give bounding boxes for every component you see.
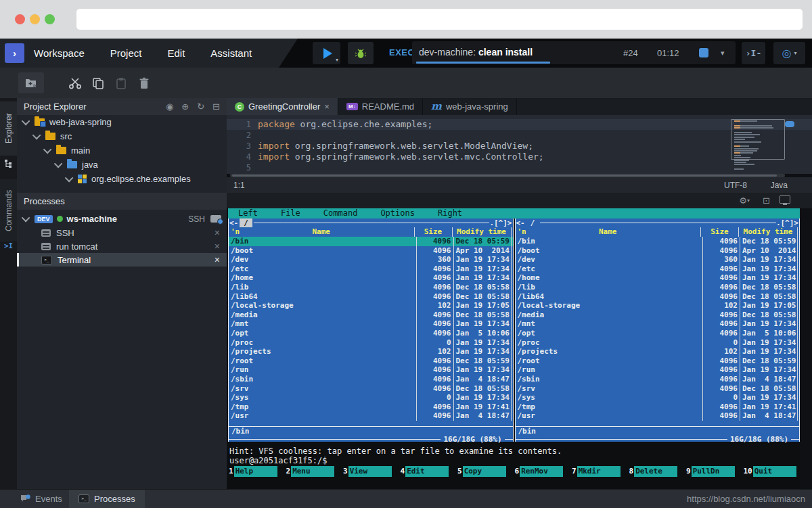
mc-menu-item-right[interactable]: Right (438, 208, 462, 218)
new-terminal-icon[interactable] (210, 215, 221, 223)
mc-col-name[interactable]: 'nName (516, 227, 701, 237)
chevron-down-icon[interactable] (32, 131, 41, 140)
mc-fkey-view[interactable]: 3View (342, 466, 400, 477)
close-icon[interactable]: × (324, 101, 330, 112)
mc-current-path[interactable]: / (526, 218, 539, 227)
cut-button[interactable] (66, 72, 85, 93)
mc-col-modify[interactable]: Modify time (452, 227, 512, 237)
stop-button[interactable] (699, 48, 708, 57)
mc-row-opt[interactable]: /opt4096Jan 5 10:06 (229, 329, 513, 338)
run-dropdown-caret[interactable]: ▾ (336, 57, 338, 63)
mc-row-sys[interactable]: /sys0Jan 19 17:34 (516, 393, 800, 402)
minimize-panel-icon[interactable]: ⊡ (763, 195, 770, 206)
process-item-terminal[interactable]: >_Terminal× (17, 253, 227, 267)
mc-fkey-help[interactable]: 1Help (228, 466, 286, 477)
chevron-down-icon[interactable] (65, 174, 74, 183)
tree-item-web-java-spring[interactable]: web-java-spring (17, 115, 227, 129)
mc-fkey-copy[interactable]: 5Copy (457, 466, 514, 477)
zoom-window-button[interactable] (45, 14, 55, 24)
editor-tab-greetingcontroller[interactable]: CGreetingController× (227, 98, 338, 115)
machine-row[interactable]: DEV ws-machine SSH (17, 212, 227, 226)
mc-row-local-storage[interactable]: /local-storage102Jan 19 17:05 (229, 301, 513, 310)
mc-row-sbin[interactable]: /sbin4096Jan 4 18:47 (229, 375, 513, 384)
mc-row-srv[interactable]: /srv4096Dec 18 05:58 (516, 384, 800, 394)
editor-tab-web-java-spring[interactable]: mweb-java-spring (423, 98, 517, 115)
close-icon[interactable]: × (215, 255, 220, 264)
tree-item-org-eclipse-che-examples[interactable]: org.eclipse.che.examples (17, 172, 227, 186)
mc-row-boot[interactable]: /boot4096Apr 10 2014 (229, 246, 513, 256)
process-item-run-tomcat[interactable]: run tomcat× (17, 239, 227, 253)
delete-button[interactable] (135, 72, 154, 93)
gear-icon[interactable]: ⚙▾ (739, 195, 750, 206)
mc-row-root[interactable]: /root4096Dec 18 05:59 (516, 356, 800, 366)
mc-row-lib64[interactable]: /lib644096Dec 18 05:58 (229, 292, 513, 302)
terminal-perspective-button[interactable]: ›I- (742, 42, 765, 64)
mc-row-run[interactable]: /run4096Jan 19 17:34 (516, 365, 800, 375)
command-dropdown-caret[interactable]: ▾ (721, 49, 725, 57)
commands-terminal-icon[interactable]: >I (0, 241, 17, 250)
mc-prompt[interactable]: user@a2051acf31f5:/$ (229, 456, 328, 465)
mc-col-size[interactable]: Size (700, 227, 738, 237)
mc-row-sbin[interactable]: /sbin4096Jan 4 18:47 (516, 375, 800, 384)
address-bar[interactable] (76, 9, 803, 30)
mc-fkey-menu[interactable]: 2Menu (286, 466, 343, 477)
mc-menu-item-command[interactable]: Command (323, 208, 358, 218)
mc-row-usr[interactable]: /usr4096Jan 4 18:47 (516, 411, 800, 421)
import-project-button[interactable] (18, 72, 44, 93)
mc-row-root[interactable]: /root4096Dec 18 05:59 (229, 356, 513, 366)
collapse-icon[interactable]: ⊟ (212, 102, 220, 111)
mc-row-tmp[interactable]: /tmp4096Jan 19 17:41 (229, 402, 513, 412)
mc-row-bin[interactable]: /bin4096Dec 18 05:59 (229, 237, 513, 246)
mc-row-etc[interactable]: /etc4096Jan 19 17:34 (516, 264, 800, 274)
mc-row-dev[interactable]: /dev360Jan 19 17:34 (229, 255, 513, 264)
mc-row-lib64[interactable]: /lib644096Dec 18 05:58 (516, 292, 800, 302)
mc-menu-item-file[interactable]: File (281, 208, 300, 218)
mc-col-size[interactable]: Size (414, 227, 452, 237)
rail-tab-explorer[interactable]: Explorer (0, 101, 17, 156)
mc-fkey-renmov[interactable]: 6RenMov (514, 466, 572, 477)
mc-fkey-pulldn[interactable]: 9PullDn (685, 466, 743, 477)
perspective-dropdown-caret[interactable]: ▾ (794, 51, 796, 56)
chevron-down-icon[interactable] (54, 160, 63, 168)
mc-row-sys[interactable]: /sys0Jan 19 17:34 (229, 393, 513, 402)
close-icon[interactable]: × (215, 241, 220, 251)
maximize-panel-icon[interactable] (780, 195, 790, 204)
mc-row-projects[interactable]: /projects102Jan 19 17:34 (229, 347, 513, 356)
minimap[interactable] (734, 120, 783, 171)
mc-row-bin[interactable]: /bin4096Dec 18 05:59 (516, 237, 800, 246)
tree-item-main[interactable]: main (17, 143, 227, 158)
vertical-scrollbar[interactable] (785, 121, 794, 127)
mc-row-proc[interactable]: /proc0Jan 19 17:34 (516, 338, 800, 348)
mc-row-usr[interactable]: /usr4096Jan 4 18:47 (229, 411, 513, 421)
process-item-ssh[interactable]: SSH× (17, 226, 227, 239)
processes-tab[interactable]: >_ Processes (69, 490, 145, 508)
mc-row-mnt[interactable]: /mnt4096Jan 19 17:34 (229, 319, 513, 329)
close-window-button[interactable] (15, 14, 25, 24)
tree-item-java[interactable]: java (17, 158, 227, 172)
command-status-box[interactable]: dev-machine: clean install #24 01:12 ▾ (412, 41, 736, 64)
mc-row-home[interactable]: /home4096Jan 19 17:34 (516, 273, 800, 283)
mc-current-path[interactable]: / (240, 218, 252, 227)
code-editor[interactable]: 12345 package org.eclipse.che.examples; … (227, 115, 812, 174)
chevron-down-icon[interactable] (22, 214, 30, 223)
mc-fkey-quit[interactable]: 10Quit (743, 466, 800, 477)
run-button[interactable]: ▾ (313, 42, 340, 64)
mc-row-dev[interactable]: /dev360Jan 19 17:34 (516, 255, 800, 264)
midnight-commander[interactable]: LeftFileCommandOptionsRight <-/.[^]>'nNa… (228, 208, 800, 489)
mc-row-boot[interactable]: /boot4096Apr 10 2014 (516, 246, 800, 256)
project-tree-icon[interactable] (0, 159, 17, 168)
mc-row-proc[interactable]: /proc0Jan 19 17:34 (229, 338, 513, 348)
mc-row-local-storage[interactable]: /local-storage102Jan 19 17:05 (516, 301, 800, 310)
mc-row-lib[interactable]: /lib4096Dec 18 05:58 (229, 283, 513, 292)
mc-row-opt[interactable]: /opt4096Jan 5 10:06 (516, 329, 800, 338)
mc-row-media[interactable]: /media4096Dec 18 05:58 (229, 310, 513, 320)
mc-fkey-edit[interactable]: 4Edit (400, 466, 457, 477)
debug-button[interactable] (348, 42, 374, 64)
paste-button[interactable] (112, 72, 131, 93)
ssh-label[interactable]: SSH (188, 214, 205, 224)
mc-menu-item-options[interactable]: Options (380, 208, 415, 218)
mc-row-lib[interactable]: /lib4096Dec 18 05:58 (516, 283, 800, 292)
mc-fkey-delete[interactable]: 8Delete (629, 466, 686, 477)
chevron-down-icon[interactable] (22, 117, 30, 126)
events-tab[interactable]: Events (11, 490, 72, 508)
